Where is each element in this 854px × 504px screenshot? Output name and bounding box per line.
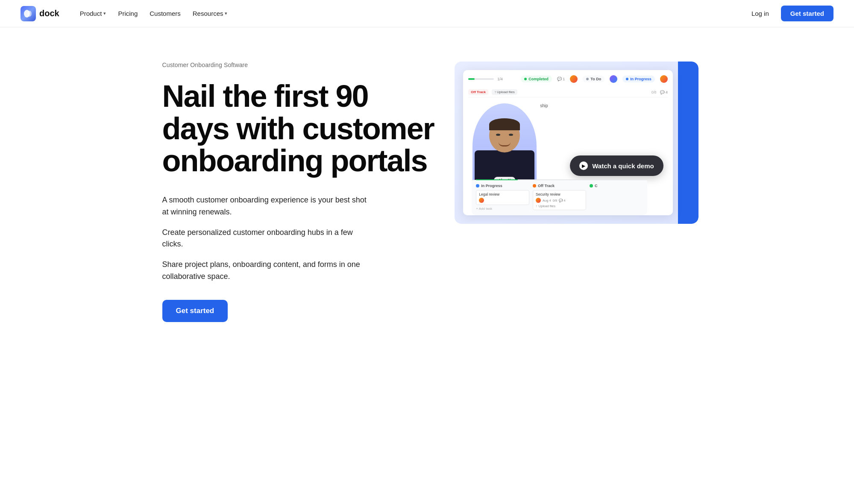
person-hair [489, 118, 520, 130]
comment-icon: 💬 4 [660, 90, 668, 94]
nav-right: Log in Get started [746, 6, 833, 21]
hero-body-line-3: Share project plans, onboarding content,… [162, 259, 367, 283]
hero-body: A smooth customer onboarding experience … [162, 194, 438, 283]
hero-left: Customer Onboarding Software Nail the fi… [162, 62, 438, 322]
person-area: Alex ✕ ▶ Watch a quick demo ship [468, 99, 667, 189]
nav-product[interactable]: Product ▾ [75, 6, 112, 21]
dot-gray-icon [586, 78, 589, 80]
kanban-header-inprogress: In Progress [476, 184, 529, 188]
nav-resources[interactable]: Resources ▾ [188, 6, 233, 21]
kanban-divider [476, 179, 643, 180]
logo-icon [21, 6, 36, 21]
kanban-task-security: Security review Aug 4 0/8 💬 4 ↑ Upload f… [533, 190, 586, 210]
login-button[interactable]: Log in [746, 6, 774, 21]
nav-customers[interactable]: Customers [144, 6, 186, 21]
add-task-button-1[interactable]: + Add task [476, 207, 529, 211]
kanban-header-offtrack: Off Track [533, 184, 586, 188]
off-track-badge: Off Track [468, 89, 488, 95]
hero-body-line-1: A smooth customer onboarding experience … [162, 194, 367, 218]
hero-title: Nail the first 90 days with customer onb… [162, 80, 438, 177]
task-avatar-2 [536, 198, 541, 203]
hero-tag: Customer Onboarding Software [162, 62, 438, 68]
upload-btn[interactable]: ↑ Upload files [492, 89, 517, 95]
svg-point-1 [27, 11, 32, 17]
person-eye-left [496, 134, 500, 136]
hero-right: 1/4 Completed 💬 1 To Do [455, 62, 698, 224]
kanban-task-meta-2: Aug 4 0/8 💬 4 [536, 198, 583, 203]
navbar: dock Product ▾ Pricing Customers Resourc… [0, 0, 854, 27]
completed-badge: Completed [521, 76, 552, 82]
avatar-1 [570, 75, 578, 83]
kanban-col-offtrack: Off Track Security review Aug 4 0/8 💬 4 [533, 184, 586, 212]
hero-get-started-button[interactable]: Get started [162, 300, 228, 322]
app-top-bar: 1/4 Completed 💬 1 To Do [468, 75, 667, 83]
person-avatar: Alex ✕ [472, 103, 537, 189]
person-head [489, 118, 520, 152]
brand-name: dock [39, 9, 59, 18]
demo-blue-bar [678, 62, 698, 224]
hero-body-line-2: Create personalized customer onboarding … [162, 227, 367, 251]
kanban-strip: In Progress Legal review + Add task [472, 180, 647, 215]
app-mockup: 1/4 Completed 💬 1 To Do [463, 70, 672, 215]
task-meta: 0/8 [652, 90, 657, 94]
app-task-row: Off Track ↑ Upload files 0/8 💬 4 [468, 87, 667, 97]
logo[interactable]: dock [21, 6, 59, 21]
nav-pricing[interactable]: Pricing [113, 6, 143, 21]
hero-section: Customer Onboarding Software Nail the fi… [128, 27, 726, 348]
chevron-down-icon-2: ▾ [225, 11, 227, 16]
inprogress-badge: In Progress [622, 76, 655, 82]
ship-label: ship [540, 103, 548, 108]
todo-badge: To Do [583, 76, 605, 82]
kanban-dot-blue [476, 184, 479, 188]
progress-label: 1/4 [497, 77, 503, 81]
kanban-dot-orange [533, 184, 536, 188]
avatar-2 [610, 75, 617, 83]
nav-links: Product ▾ Pricing Customers Resources ▾ [75, 6, 233, 21]
comment-count: 💬 1 [557, 77, 565, 81]
avatar-3 [660, 75, 668, 83]
nav-get-started-button[interactable]: Get started [781, 6, 833, 21]
upload-files-label: ↑ Upload files [536, 204, 583, 208]
nav-left: dock Product ▾ Pricing Customers Resourc… [21, 6, 232, 21]
kanban-col-inprogress: In Progress Legal review + Add task [476, 184, 529, 212]
dot-green-icon [524, 78, 527, 80]
task-avatar-1 [479, 198, 484, 203]
kanban-task-meta-1 [479, 198, 526, 203]
play-icon: ▶ [579, 161, 588, 170]
person-eye-right [509, 134, 513, 136]
kanban-dot-green [590, 184, 593, 188]
dot-blue-icon [626, 78, 628, 80]
kanban-task-legal: Legal review [476, 190, 529, 205]
demo-card: 1/4 Completed 💬 1 To Do [455, 62, 698, 224]
kanban-progress [476, 179, 518, 180]
demo-card-inner: 1/4 Completed 💬 1 To Do [455, 62, 698, 224]
progress-bar [468, 78, 494, 80]
person-mouth [499, 142, 511, 147]
chevron-down-icon: ▾ [103, 11, 106, 16]
kanban-col-completed: C [590, 184, 643, 212]
watch-demo-button[interactable]: ▶ Watch a quick demo [570, 155, 663, 176]
kanban-header-completed: C [590, 184, 643, 188]
